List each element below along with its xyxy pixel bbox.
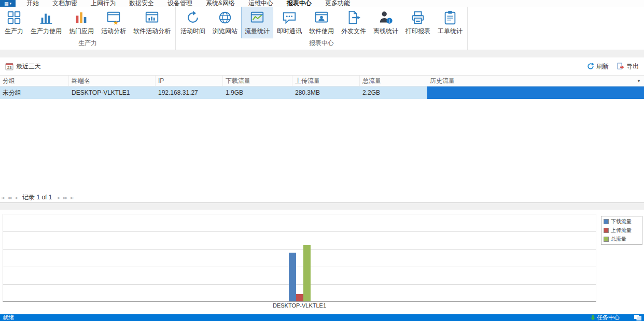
chevron-down-icon: ▾ (10, 2, 12, 6)
bar-chart-icon (38, 10, 54, 25)
ribbon-tab-bar: ▦ ▾ 开始 文档加密 上网行为 数据安全 设备管理 系统&网络 运维中心 报表… (0, 0, 644, 7)
pager-prev-group-button[interactable]: ◀◀ (7, 196, 11, 199)
ribbon-group-productivity: 生产力 生产力使用 热门应用 ★ 活动分析 (0, 7, 176, 50)
pager-next-group-button[interactable]: ▶▶ (63, 196, 67, 199)
pager: |◀ ◀◀ ◀ 记录 1 of 1 ▶ ▶▶ ▶| (0, 193, 644, 203)
chart-bar (296, 294, 303, 301)
separator-strip (0, 50, 644, 57)
tab-doc-encryption[interactable]: 文档加密 (46, 0, 84, 7)
ribbon-item-print-reports[interactable]: 打印报表 (402, 7, 434, 38)
ribbon-item-productivity-usage[interactable]: 生产力使用 (27, 7, 65, 38)
ribbon-item-instant-messaging[interactable]: 即时通讯 (273, 7, 305, 38)
legend-swatch (604, 237, 609, 242)
chat-bubble-icon (282, 10, 297, 25)
column-header-download[interactable]: 下载流量 (223, 76, 292, 86)
table-row[interactable]: 未分组 DESKTOP-VLKTLE1 192.168.31.27 1.9GB … (0, 86, 644, 99)
tab-ops-center[interactable]: 运维中心 (242, 0, 280, 7)
column-header-ip[interactable]: IP (156, 76, 223, 86)
ribbon-item-activity-analysis[interactable]: ★ 活动分析 (97, 7, 130, 38)
legend-entry: 上传流量 (604, 227, 640, 234)
ribbon-group-label: 报表中心 (177, 38, 466, 50)
tab-report-center[interactable]: 报表中心 (280, 0, 318, 7)
printer-icon (410, 10, 426, 25)
offline-person-icon: i (378, 10, 394, 25)
status-text: 就绪 (3, 314, 14, 321)
column-header-total[interactable]: 总流量 (360, 76, 427, 86)
globe-icon (217, 10, 233, 25)
column-header-history-label: 历史流量 (430, 76, 455, 86)
svg-text:★: ★ (113, 19, 119, 25)
ribbon-item-label: 软件活动分析 (133, 27, 171, 36)
column-header-upload[interactable]: 上传流量 (292, 76, 360, 86)
tab-data-security[interactable]: 数据安全 (122, 0, 161, 7)
green-down-arrow-icon (591, 315, 595, 320)
separator-strip (0, 203, 644, 210)
software-activity-icon (144, 10, 160, 25)
traffic-table-panel: 23 最近三天 刷新 导出 分组 终端名 IP 下载流量 上传流量 总流量 (0, 57, 644, 203)
chart-bar (289, 253, 296, 301)
svg-text:i: i (389, 19, 390, 24)
cell-ip: 192.168.31.27 (156, 86, 223, 99)
table-header: 分组 终端名 IP 下载流量 上传流量 总流量 历史流量 ▼ (0, 75, 644, 86)
ribbon-item-productivity[interactable]: 生产力 (1, 7, 27, 38)
pager-first-button[interactable]: |◀ (2, 196, 4, 199)
clipboard-icon (442, 10, 458, 25)
column-header-group[interactable]: 分组 (0, 76, 69, 86)
activity-time-icon (185, 10, 201, 25)
ribbon-item-traffic-stats[interactable]: 流量统计 (241, 7, 273, 38)
legend-entry: 总流量 (604, 236, 640, 243)
tab-web-behavior[interactable]: 上网行为 (84, 0, 122, 7)
cell-download: 1.9GB (223, 86, 292, 99)
ribbon-item-software-usage[interactable]: 软件使用 (305, 7, 338, 38)
column-header-terminal[interactable]: 终端名 (69, 76, 156, 86)
ribbon-item-label: 生产力使用 (31, 27, 62, 36)
ribbon-item-activity-time[interactable]: 活动时间 (177, 7, 209, 38)
cell-terminal: DESKTOP-VLKTLE1 (69, 86, 156, 99)
ribbon-item-label: 热门应用 (69, 27, 94, 36)
pager-last-button[interactable]: ▶| (71, 196, 73, 199)
ribbon-item-software-activity-analysis[interactable]: 软件活动分析 (130, 7, 174, 38)
tab-start[interactable]: 开始 (20, 0, 46, 7)
ribbon-item-hot-apps[interactable]: 热门应用 (65, 7, 97, 38)
grid-icon (6, 10, 22, 25)
window-layout-icon[interactable] (634, 315, 641, 320)
legend-swatch (604, 219, 609, 224)
column-header-history[interactable]: 历史流量 ▼ (427, 76, 644, 86)
ribbon-item-label: 工单统计 (438, 27, 463, 36)
legend-label: 下载流量 (611, 218, 632, 225)
export-button[interactable]: 导出 (617, 62, 639, 71)
traffic-stats-icon (249, 10, 265, 25)
cell-total: 2.2GB (360, 86, 427, 99)
cell-group: 未分组 (0, 86, 69, 99)
ribbon-item-label: 即时通讯 (277, 27, 302, 36)
table-empty-area (0, 99, 644, 193)
ribbon-item-label: 打印报表 (405, 27, 430, 36)
chart-legend: 下载流量上传流量总流量 (601, 216, 642, 245)
ribbon: 生产力 生产力使用 热门应用 ★ 活动分析 (0, 7, 644, 50)
tab-system-network[interactable]: 系统&网络 (199, 0, 242, 7)
tab-more-features[interactable]: 更多功能 (318, 0, 357, 7)
ribbon-item-offline-stats[interactable]: i 离线统计 (370, 7, 402, 38)
refresh-button[interactable]: 刷新 (587, 62, 609, 71)
tab-device-management[interactable]: 设备管理 (161, 0, 199, 7)
ribbon-item-label: 离线统计 (373, 27, 398, 36)
ribbon-group-label: 生产力 (1, 38, 174, 50)
ribbon-item-label: 外发文件 (341, 27, 366, 36)
column-menu-dropdown-icon[interactable]: ▼ (637, 76, 641, 86)
app-menu-button[interactable]: ▦ ▾ (0, 0, 16, 7)
date-range-filter[interactable]: 23 最近三天 (5, 62, 41, 71)
task-center-button[interactable]: 任务中心 (591, 314, 620, 321)
pager-prev-button[interactable]: ◀ (15, 196, 17, 199)
outgoing-file-icon (346, 10, 361, 25)
ribbon-item-outgoing-files[interactable]: 外发文件 (338, 7, 370, 38)
chart-category-label: DESKTOP-VLKTLE1 (273, 302, 326, 309)
legend-label: 总流量 (611, 236, 626, 243)
ribbon-item-label: 活动时间 (180, 27, 205, 36)
history-traffic-bar (427, 86, 644, 99)
ribbon-item-ticket-stats[interactable]: 工单统计 (434, 7, 466, 38)
chart-bar (303, 245, 311, 301)
export-label: 导出 (626, 62, 639, 71)
ribbon-item-browse-websites[interactable]: 浏览网站 (209, 7, 241, 38)
chart-plot: DESKTOP-VLKTLE1 (3, 214, 596, 302)
pager-next-button[interactable]: ▶ (58, 196, 60, 199)
